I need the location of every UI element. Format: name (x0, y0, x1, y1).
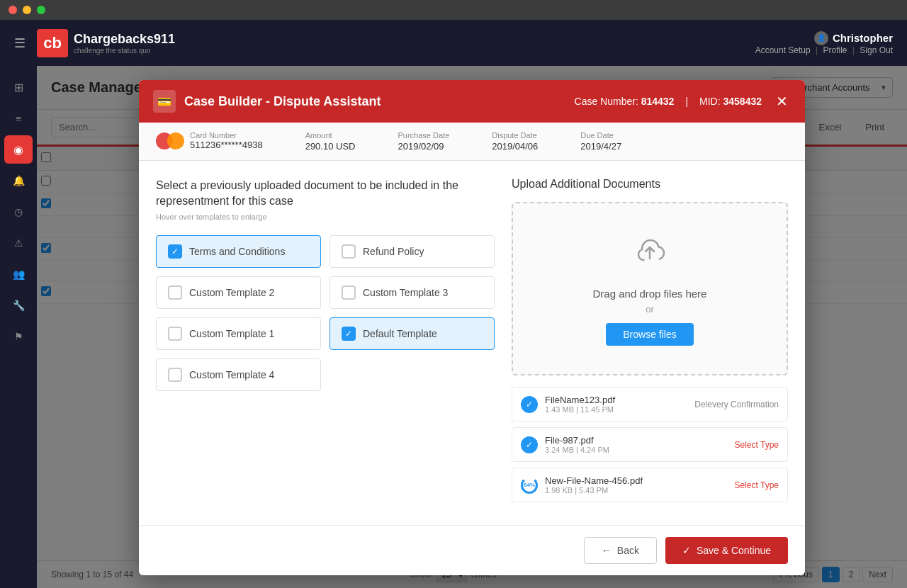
doc-select-section: Select a previously uploaded document to… (156, 178, 495, 508)
file2-check-icon: ✓ (521, 436, 538, 453)
mid-display: MID: 3458432 (699, 96, 762, 107)
sidebar-item-warning[interactable]: ⚠ (4, 229, 33, 257)
logo: cb Chargebacks911 challenge the status q… (37, 29, 175, 57)
logo-name: Chargebacks911 (74, 32, 175, 47)
custom1-checkbox (168, 327, 182, 341)
template-custom3-button[interactable]: Custom Template 3 (329, 276, 495, 309)
sidebar-item-tools[interactable]: 🔧 (4, 291, 33, 320)
file-list: ✓ FileName123.pdf 1.43 MB | 11.45 PM Del… (512, 387, 788, 502)
template-custom1-button[interactable]: Custom Template 1 (156, 317, 321, 350)
sidebar-item-users[interactable]: 👥 (4, 260, 33, 288)
default-checkbox: ✓ (342, 327, 356, 341)
sidebar-item-home[interactable]: ⊞ (4, 73, 33, 101)
purchase-date-info: Purchase Date 2019/02/09 (398, 131, 449, 152)
template-terms-button[interactable]: ✓ Terms and Conditions (156, 235, 321, 268)
logo-box: cb (37, 29, 68, 57)
file-item-2: ✓ File-987.pdf 3.24 MB | 4.24 PM Select … (512, 427, 788, 462)
back-arrow-icon: ← (602, 545, 612, 556)
card-number-info: Card Number 511236******4938 (156, 131, 263, 152)
template-custom4-button[interactable]: Custom Template 4 (156, 358, 321, 391)
sign-out-link[interactable]: Sign Out (860, 45, 893, 55)
dispute-assistant-modal: 💳 Case Builder - Dispute Assistant Case … (139, 80, 805, 575)
save-continue-button[interactable]: ✓ Save & Continue (665, 537, 788, 564)
upload-section: Upload Additional Documents Drag and dro… (512, 178, 788, 508)
close-dot[interactable] (9, 6, 17, 14)
amount-info: Amount 290.10 USD (305, 131, 356, 152)
file3-info: New-File-Name-456.pdf 1.98 KB | 5.43 PM (545, 475, 728, 494)
content-area: Case Management All Merchant Accounts ☆ … (37, 66, 907, 588)
mastercard-icon (156, 132, 184, 149)
logo-tagline: challenge the status quo (74, 47, 175, 55)
dispute-date-info: Dispute Date 2019/04/06 (492, 131, 538, 152)
file-item-1: ✓ FileName123.pdf 1.43 MB | 11.45 PM Del… (512, 387, 788, 422)
file3-progress-icon: 64% (521, 477, 538, 494)
template-default-button[interactable]: ✓ Default Template (329, 317, 495, 350)
account-setup-link[interactable]: Account Setup (755, 45, 811, 55)
modal-body: Select a previously uploaded document to… (139, 161, 805, 525)
topnav: ☰ cb Chargebacks911 challenge the status… (0, 20, 907, 66)
profile-link[interactable]: Profile (823, 45, 847, 55)
file1-info: FileName123.pdf 1.43 MB | 11.45 PM (545, 395, 687, 414)
file3-meta: 1.98 KB | 5.43 PM (545, 486, 728, 494)
credit-card-icon: 💳 (153, 90, 176, 113)
file2-action[interactable]: Select Type (735, 440, 779, 450)
sidebar-item-chart[interactable]: ◷ (4, 198, 33, 226)
minimize-dot[interactable] (23, 6, 31, 14)
custom2-checkbox (168, 285, 182, 300)
checkmark-icon: ✓ (682, 545, 691, 556)
template-custom2-button[interactable]: Custom Template 2 (156, 276, 321, 309)
modal-close-button[interactable]: ✕ (773, 93, 791, 110)
due-date-info: Due Date 2019/4/27 (580, 131, 621, 152)
maximize-dot[interactable] (37, 6, 45, 14)
user-section: 👤 Christopher Account Setup | Profile | … (755, 31, 893, 55)
browse-files-button[interactable]: Browse files (606, 323, 693, 346)
sidebar-item-settings[interactable]: ≡ (4, 104, 33, 132)
template-refund-button[interactable]: Refund Policy (329, 235, 495, 268)
user-name-display: 👤 Christopher (814, 31, 893, 45)
file3-action[interactable]: Select Type (735, 480, 779, 490)
template-grid: ✓ Terms and Conditions Refund Policy (156, 235, 495, 391)
custom4-checkbox (168, 368, 182, 382)
modal-header-right: Case Number: 814432 | MID: 3458432 ✕ (575, 93, 791, 110)
doc-select-subtitle: Hover over templates to enlarge (156, 213, 495, 221)
doc-select-title: Select a previously uploaded document to… (156, 178, 495, 210)
titlebar (0, 0, 907, 20)
case-number-display: Case Number: 814432 (575, 96, 675, 107)
file1-action[interactable]: Delevery Confirmation (694, 400, 779, 409)
back-button[interactable]: ← Back (584, 537, 657, 564)
hamburger-icon[interactable]: ☰ (14, 35, 26, 51)
cloud-upload-icon (527, 232, 772, 279)
user-links: Account Setup | Profile | Sign Out (755, 45, 893, 55)
modal-header: 💳 Case Builder - Dispute Assistant Case … (139, 80, 805, 123)
file3-name: New-File-Name-456.pdf (545, 475, 728, 486)
drop-zone[interactable]: Drag and drop files here or Browse files (512, 202, 788, 375)
sidebar-item-bell[interactable]: 🔔 (4, 166, 33, 195)
file2-name: File-987.pdf (545, 435, 728, 446)
user-avatar-icon: 👤 (814, 31, 828, 45)
modal-footer: ← Back ✓ Save & Continue (139, 525, 805, 575)
sidebar: ⊞ ≡ ◉ 🔔 ◷ ⚠ 👥 🔧 ⚑ (0, 66, 37, 588)
file1-name: FileName123.pdf (545, 395, 687, 405)
custom3-checkbox (342, 285, 356, 300)
sidebar-item-alerts[interactable]: ◉ (4, 135, 33, 164)
file1-check-icon: ✓ (521, 396, 538, 413)
file1-meta: 1.43 MB | 11.45 PM (545, 405, 687, 414)
drop-text: Drag and drop files here (527, 288, 772, 300)
terms-checkbox: ✓ (168, 244, 182, 259)
refund-checkbox (342, 244, 356, 259)
file2-meta: 3.24 MB | 4.24 PM (545, 446, 728, 454)
upload-title: Upload Additional Documents (512, 178, 788, 191)
file-item-3: 64% New-File-Name-456.pdf 1.98 KB | 5.43… (512, 468, 788, 502)
case-info-bar: Card Number 511236******4938 Amount 290.… (139, 123, 805, 161)
modal-overlay: 💳 Case Builder - Dispute Assistant Case … (37, 66, 907, 588)
file2-info: File-987.pdf 3.24 MB | 4.24 PM (545, 435, 728, 454)
modal-header-left: 💳 Case Builder - Dispute Assistant (153, 90, 381, 113)
sidebar-item-flag[interactable]: ⚑ (4, 322, 33, 351)
drop-or-text: or (527, 304, 772, 315)
modal-title: Case Builder - Dispute Assistant (184, 94, 381, 109)
